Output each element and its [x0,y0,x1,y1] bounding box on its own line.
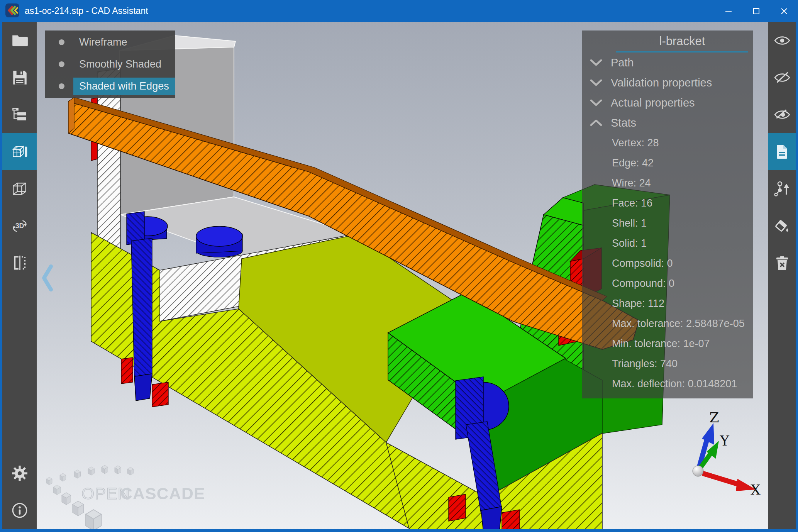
display-mode-button[interactable] [2,133,37,170]
model-tree-button[interactable] [2,96,37,133]
stat-row: Solid: 1 [582,233,753,253]
stat-row: Shell: 1 [582,213,753,233]
model-nut-bolt-cap[interactable] [196,226,242,257]
about-button[interactable] [2,492,37,529]
shaded-cube-icon [11,143,29,161]
eye-off-icon [773,69,791,86]
chevron-up-icon [589,119,604,127]
radio-bullet-icon [59,61,64,67]
left-toolbar-spacer [2,281,37,455]
open-file-button[interactable] [2,22,37,59]
display-mode-menu: Wireframe Smoothly Shaded Shaded with Ed… [45,30,175,98]
minimize-button[interactable] [715,0,742,22]
stat-row: Compound: 0 [582,273,753,293]
chevron-down-icon [589,78,604,87]
panel-title: l-bracket [616,34,748,53]
axis-z-label: Z [709,410,719,425]
wireframe-cube-icon [11,180,29,198]
settings-button[interactable] [2,455,37,492]
export-item-button[interactable] [768,170,796,207]
rotate-3d-icon: 3D [11,217,29,235]
axis-y-label: Y [720,433,730,449]
section-stats[interactable]: Stats [582,113,753,133]
eye-partial-icon [773,106,791,124]
menu-item-shaded-with-edges[interactable]: Shaded with Edges [45,75,175,97]
trash-icon [774,254,791,271]
info-icon [11,502,29,519]
svg-text:3D: 3D [15,222,24,230]
menu-item-label: Wireframe [73,34,133,51]
stat-row: Min. tolerance: 1e-07 [582,334,753,354]
stat-row: Shape: 112 [582,293,753,313]
show-only-item-button[interactable] [768,96,796,133]
menu-item-label: Shaded with Edges [73,78,175,95]
chevron-down-icon [589,98,604,107]
titlebar: as1-oc-214.stp - CAD Assistant [0,0,798,22]
menu-item-label: Smoothly Shaded [73,56,167,73]
clipping-icon [11,254,29,272]
window-border-bottom [0,529,798,532]
show-item-button[interactable] [768,22,796,59]
save-icon [11,69,29,86]
item-color-button[interactable] [768,207,796,244]
watermark-cascade: CASCADE [120,484,205,503]
stats-list: Vertex: 28 Edge: 42 Wire: 24 Face: 16 Sh… [582,133,753,394]
app-logo-icon [5,3,20,19]
tree-icon [11,106,29,124]
window-border-left [0,22,2,532]
section-label: Actual properties [611,97,695,109]
menu-item-wireframe[interactable]: Wireframe [45,31,175,53]
stat-row: Face: 16 [582,193,753,213]
section-actual-properties[interactable]: Actual properties [582,93,753,113]
stat-row: Max. deflection: 0.0148201 [582,374,753,394]
panel-collapse-handle[interactable] [39,263,56,294]
maximize-button[interactable] [742,0,770,22]
delete-item-button[interactable] [768,244,796,281]
item-properties-button[interactable] [768,133,796,170]
window-title: as1-oc-214.stp - CAD Assistant [25,6,148,16]
right-toolbar [768,22,796,529]
section-label: Validation properties [611,76,712,89]
stat-row: Vertex: 28 [582,133,753,153]
axis-x-label: X [751,482,761,498]
section-label: Stats [611,117,636,129]
radio-bullet-icon [59,39,64,45]
stat-row: Compsolid: 0 [582,253,753,273]
section-label: Path [611,56,634,69]
stat-row: Max. tolerance: 2.58487e-05 [582,313,753,334]
hide-item-button[interactable] [768,59,796,96]
paint-bucket-icon [774,217,791,234]
stat-row: Wire: 24 [582,173,753,193]
clipping-planes-button[interactable] [2,244,37,281]
save-file-button[interactable] [2,59,37,96]
stat-row: Triangles: 740 [582,354,753,374]
menu-item-smoothly-shaded[interactable]: Smoothly Shaded [45,53,175,75]
gear-icon [11,464,29,482]
window-controls [715,0,798,22]
radio-bullet-icon [59,83,64,89]
eye-icon [773,32,791,49]
hierarchy-export-icon [774,180,791,197]
folder-icon [11,32,29,49]
view-cube-button[interactable] [2,170,37,207]
cad-assistant-window: OPEN CASCADE Z Y X [0,0,798,532]
properties-panel: l-bracket Path Validation properties Act… [582,30,753,398]
rotation-3d-button[interactable]: 3D [2,207,37,244]
stat-row: Edge: 42 [582,153,753,173]
chevron-down-icon [589,58,604,67]
window-border-right [796,22,798,532]
section-path[interactable]: Path [582,53,753,73]
close-button[interactable] [770,0,798,22]
left-toolbar: 3D [2,22,37,529]
document-icon [774,143,791,160]
chevron-left-icon [39,263,56,293]
section-validation-properties[interactable]: Validation properties [582,73,753,93]
